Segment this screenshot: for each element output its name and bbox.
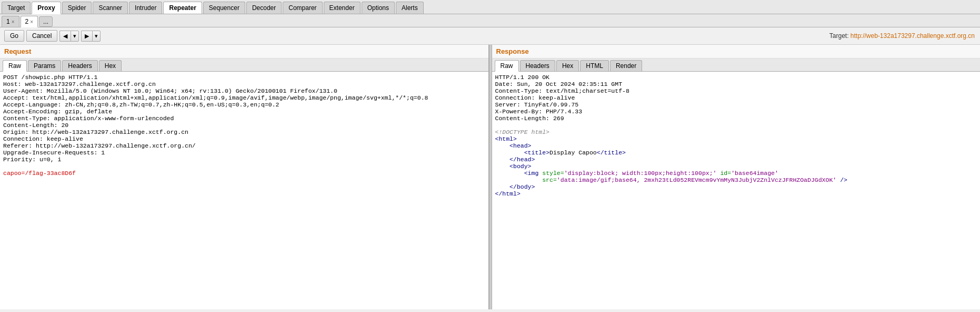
target-label: Target: http://web-132a173297.challenge.… (829, 32, 975, 40)
nav-tab-decoder[interactable]: Decoder (246, 2, 282, 14)
nav-tab-target[interactable]: Target (2, 2, 31, 14)
target-prefix: Target: (829, 32, 851, 40)
go-button[interactable]: Go (4, 30, 24, 42)
request-body: POST /showpic.php HTTP/1.1 Host: web-132… (3, 74, 428, 177)
cancel-button[interactable]: Cancel (26, 30, 57, 42)
main-nav: Target Proxy Spider Scanner Intruder Rep… (0, 0, 980, 14)
response-panel: Response Raw Headers Hex HTML Render HTT… (492, 45, 981, 309)
response-body-close: </body> (509, 183, 535, 190)
nav-tab-intruder[interactable]: Intruder (129, 2, 162, 14)
response-html-open: <html> (495, 135, 517, 142)
request-param-line: capoo=/flag-33ac8D6f (3, 170, 76, 177)
response-head-open: <head> (509, 142, 531, 149)
response-img-tag: <img style='display:block; width:100px;h… (524, 170, 778, 177)
response-title-open: <title> (524, 149, 549, 156)
response-tab-raw[interactable]: Raw (495, 60, 519, 72)
request-tab-hex[interactable]: Hex (99, 60, 122, 71)
forward-dropdown-button[interactable]: ▾ (92, 31, 101, 42)
request-content[interactable]: POST /showpic.php HTTP/1.1 Host: web-132… (0, 72, 488, 309)
response-html-close: </html> (495, 190, 521, 197)
nav-tab-comparer[interactable]: Comparer (283, 2, 322, 14)
repeater-tab-2-label: 2 (25, 18, 29, 25)
panels-wrapper: Request Raw Params Headers Hex POST /sho… (0, 45, 980, 309)
repeater-tab-1-label: 1 (6, 18, 10, 25)
response-head-close: </head> (509, 156, 535, 163)
request-panel: Request Raw Params Headers Hex POST /sho… (0, 45, 489, 309)
main-content: Request Raw Params Headers Hex POST /sho… (0, 45, 980, 309)
nav-tab-alerts[interactable]: Alerts (396, 2, 424, 14)
back-button[interactable]: ◀ (59, 31, 71, 42)
target-url[interactable]: http://web-132a173297.challenge.xctf.org… (851, 32, 975, 40)
forward-nav-group: ▶ ▾ (81, 31, 101, 42)
back-dropdown-button[interactable]: ▾ (71, 31, 79, 42)
request-tabs: Raw Params Headers Hex (0, 58, 488, 72)
request-tab-params[interactable]: Params (28, 60, 61, 71)
forward-button[interactable]: ▶ (81, 31, 92, 42)
response-tabs: Raw Headers Hex HTML Render (492, 58, 981, 72)
response-tab-html[interactable]: HTML (580, 60, 609, 71)
nav-tab-options[interactable]: Options (362, 2, 395, 14)
nav-tab-scanner[interactable]: Scanner (93, 2, 128, 14)
request-title: Request (0, 45, 488, 58)
repeater-tab-1[interactable]: 1 × (2, 16, 19, 27)
back-nav-group: ◀ ▾ (59, 31, 79, 42)
response-img-src-attr: src= (542, 177, 557, 183)
toolbar: Go Cancel ◀ ▾ ▶ ▾ Target: http://web-132… (0, 27, 980, 45)
repeater-tab-1-close[interactable]: × (12, 19, 15, 25)
nav-tab-extender[interactable]: Extender (324, 2, 361, 14)
response-tab-hex[interactable]: Hex (556, 60, 579, 71)
repeater-tab-bar: 1 × 2 × ... (0, 14, 980, 27)
nav-tab-spider[interactable]: Spider (62, 2, 92, 14)
nav-tab-repeater[interactable]: Repeater (163, 2, 202, 14)
request-tab-headers[interactable]: Headers (62, 60, 97, 71)
response-content[interactable]: HTTP/1.1 200 OK Date: Sun, 20 Oct 2024 0… (492, 72, 981, 309)
response-headers-section: HTTP/1.1 200 OK Date: Sun, 20 Oct 2024 0… (495, 74, 629, 122)
request-tab-raw[interactable]: Raw (3, 60, 27, 72)
response-body-open: <body> (509, 163, 531, 170)
response-doctype: <!DOCTYPE html> (495, 129, 550, 135)
response-tab-render[interactable]: Render (610, 60, 642, 71)
response-img-src-val: 'data:image/gif;base64, 2mxh23tLd052REVm… (557, 177, 836, 183)
repeater-tab-more[interactable]: ... (39, 16, 53, 27)
repeater-tab-2-close[interactable]: × (30, 19, 33, 25)
response-title-close: </title> (597, 149, 626, 156)
nav-tab-sequencer[interactable]: Sequencer (203, 2, 245, 14)
response-tab-headers[interactable]: Headers (520, 60, 555, 71)
response-title: Response (492, 45, 981, 58)
nav-tab-proxy[interactable]: Proxy (32, 2, 61, 14)
repeater-tab-2[interactable]: 2 × (21, 16, 38, 27)
